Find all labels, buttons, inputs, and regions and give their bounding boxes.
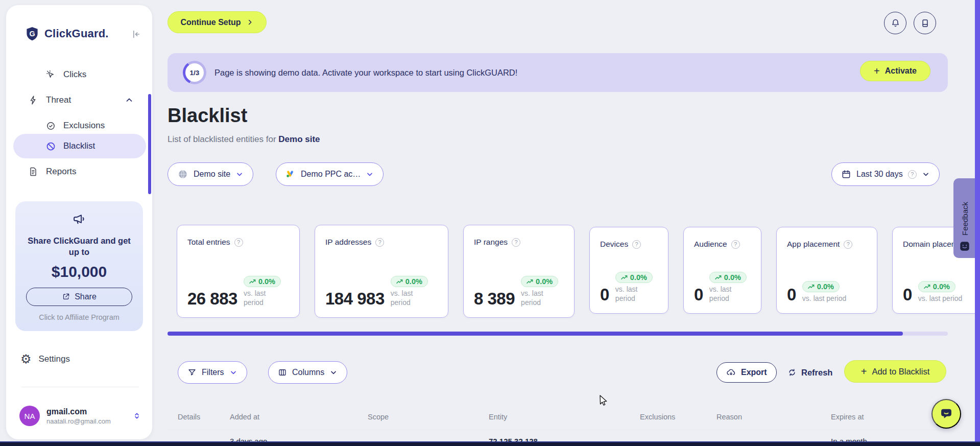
help-icon[interactable]: ? xyxy=(731,240,740,249)
column-header-entity[interactable]: Entity xyxy=(489,413,507,421)
stat-cards-row: Total entries? 26 883 0.0% vs. last peri… xyxy=(177,225,980,322)
external-link-icon xyxy=(62,292,70,301)
date-range-selector[interactable]: Last 30 days ? xyxy=(831,162,940,186)
cloud-download-icon xyxy=(726,368,736,378)
affiliate-promo-card: Share ClickGuard and get up to $10,000 S… xyxy=(15,201,143,331)
sidebar-collapse-icon[interactable] xyxy=(130,29,141,40)
svg-text:G: G xyxy=(29,30,35,38)
stat-card-value: 0 xyxy=(694,286,703,303)
stat-card-label: IP addresses xyxy=(325,238,371,247)
export-label: Export xyxy=(741,368,767,377)
columns-dropdown[interactable]: Columns xyxy=(268,361,347,384)
column-header-added-at[interactable]: Added at xyxy=(230,413,259,421)
chevron-down-icon xyxy=(922,170,930,178)
stat-card-label: App placement xyxy=(787,240,840,249)
continue-setup-button[interactable]: Continue Setup xyxy=(168,11,267,33)
cursor-click-icon xyxy=(45,69,56,80)
trend-up-icon xyxy=(621,275,628,280)
stat-card-vs: vs. last period xyxy=(709,285,746,303)
cards-scrollbar-thumb[interactable] xyxy=(168,332,903,336)
sidebar: G ClickGuard. Clicks Threat xyxy=(6,5,152,439)
docs-button[interactable] xyxy=(914,12,936,34)
chat-launcher-button[interactable] xyxy=(931,399,961,429)
clickguard-logo[interactable]: G ClickGuard. xyxy=(25,26,109,42)
help-icon[interactable]: ? xyxy=(908,170,917,179)
cards-scrollbar-track xyxy=(168,332,948,336)
trend-up-icon xyxy=(249,279,256,284)
trend-up-icon xyxy=(527,279,533,284)
feedback-tab[interactable]: Feedback xyxy=(953,178,976,258)
chevron-up-icon[interactable] xyxy=(125,96,134,105)
continue-setup-label: Continue Setup xyxy=(180,18,241,27)
site-selector[interactable]: Demo site xyxy=(168,162,253,186)
stat-card-audience: Audience? 0 0.0% vs. last period xyxy=(683,227,761,314)
logo-text: ClickGuard. xyxy=(44,27,109,40)
stat-card-vs: vs. last period xyxy=(615,285,652,303)
sidebar-divider xyxy=(21,387,139,387)
account-switcher[interactable]: NA gmail.com naatali.ro@gmail.com xyxy=(19,403,145,429)
page-scrollbar[interactable] xyxy=(975,0,980,446)
bottom-window-edge xyxy=(0,441,980,446)
help-icon[interactable]: ? xyxy=(375,238,384,247)
notifications-button[interactable] xyxy=(884,12,906,34)
help-icon[interactable]: ? xyxy=(632,240,641,249)
share-button[interactable]: Share xyxy=(26,288,132,306)
column-header-reason[interactable]: Reason xyxy=(716,413,742,421)
refresh-button[interactable]: Refresh xyxy=(787,362,832,383)
chevron-down-icon xyxy=(329,368,338,377)
sidebar-item-threat[interactable]: Threat xyxy=(13,88,146,112)
sidebar-item-clicks[interactable]: Clicks xyxy=(13,62,146,87)
plus-icon: + xyxy=(861,366,867,378)
stat-card-vs: vs. last period xyxy=(244,289,280,307)
export-button[interactable]: Export xyxy=(716,362,777,383)
smiley-icon xyxy=(959,241,970,252)
stat-card-vs: vs. last period xyxy=(918,294,980,303)
avatar: NA xyxy=(19,406,40,426)
ppc-account-selector[interactable]: Demo PPC ac… xyxy=(276,162,384,186)
refresh-label: Refresh xyxy=(801,368,832,378)
page-subtitle-site: Demo site xyxy=(278,134,320,144)
stat-card-devices: Devices? 0 0.0% vs. last period xyxy=(589,227,668,314)
globe-icon xyxy=(177,169,188,180)
activate-button[interactable]: + Activate xyxy=(860,61,930,81)
affiliate-link[interactable]: Click to Affiliate Program xyxy=(23,313,135,321)
columns-icon xyxy=(278,368,287,377)
stat-card-value: 0 xyxy=(600,286,609,303)
column-header-exclusions[interactable]: Exclusions xyxy=(640,413,675,421)
book-icon xyxy=(920,18,930,29)
help-icon[interactable]: ? xyxy=(512,238,520,247)
sidebar-item-settings[interactable]: ⚙ Settings xyxy=(20,353,70,365)
sidebar-item-reports[interactable]: Reports xyxy=(13,159,146,184)
help-icon[interactable]: ? xyxy=(844,240,852,249)
date-range-value: Last 30 days xyxy=(856,170,903,179)
sidebar-item-blacklist[interactable]: Blacklist xyxy=(13,134,146,158)
sidebar-scrollbar[interactable] xyxy=(148,94,151,194)
column-header-details[interactable]: Details xyxy=(178,413,200,421)
settings-label: Settings xyxy=(39,354,70,364)
megaphone-icon xyxy=(72,213,86,227)
stat-card-vs: vs. last period xyxy=(391,289,427,307)
setup-progress-ring: 1/3 xyxy=(183,61,206,84)
column-header-expires-at[interactable]: Expires at xyxy=(831,413,864,421)
sidebar-item-label: Exclusions xyxy=(63,121,105,131)
stat-card-total-entries: Total entries? 26 883 0.0% vs. last peri… xyxy=(177,225,300,318)
badge-check-icon xyxy=(45,121,56,131)
add-to-blacklist-label: Add to Blacklist xyxy=(872,367,929,377)
chevron-down-icon xyxy=(366,170,374,178)
add-to-blacklist-button[interactable]: + Add to Blacklist xyxy=(844,360,946,383)
feedback-label: Feedback xyxy=(961,202,969,236)
app-root: G ClickGuard. Clicks Threat xyxy=(0,0,980,446)
stat-card-change: 0.0% xyxy=(536,277,553,286)
stat-card-change: 0.0% xyxy=(724,273,741,281)
trend-up-icon xyxy=(808,284,815,289)
stat-card-value: 184 983 xyxy=(325,290,385,307)
filters-dropdown[interactable]: Filters xyxy=(178,361,247,384)
stat-card-label: Total entries xyxy=(187,238,230,247)
column-header-scope[interactable]: Scope xyxy=(368,413,389,421)
filters-label: Filters xyxy=(202,368,224,377)
help-icon[interactable]: ? xyxy=(234,238,243,247)
mouse-cursor xyxy=(598,394,609,407)
chat-bubble-icon xyxy=(939,407,953,421)
blacklist-table: Details Added at Scope Entity Exclusions… xyxy=(168,409,948,446)
gear-icon: ⚙ xyxy=(20,353,32,365)
